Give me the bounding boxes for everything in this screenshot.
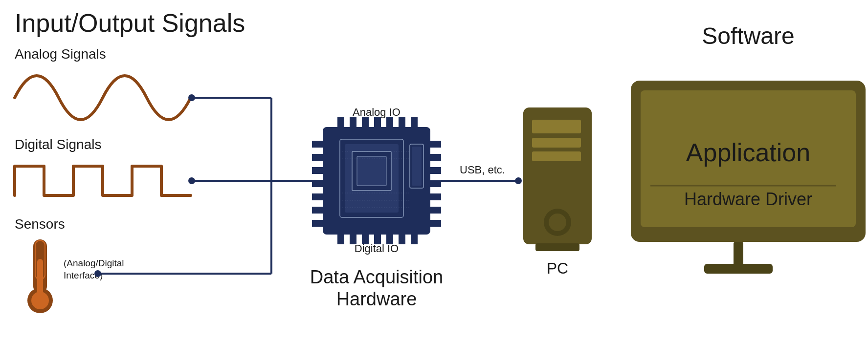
- analog-wave: [15, 76, 191, 120]
- pin-right-1: [430, 141, 441, 148]
- pin-left-7: [312, 220, 323, 227]
- chip-component: [410, 144, 423, 188]
- sensor-note-line1: (Analog/Digital: [64, 258, 124, 268]
- chip-core-inner: [357, 156, 386, 186]
- daq-analog-io-label: Analog IO: [353, 106, 401, 118]
- thermometer-glass: [35, 240, 45, 279]
- pin-bot-4: [374, 234, 381, 244]
- pin-right-6: [430, 207, 441, 214]
- pin-left-3: [312, 167, 323, 174]
- usb-label-text: USB, etc.: [460, 164, 505, 176]
- pin-left-4: [312, 180, 323, 187]
- daq-chip-body: [323, 127, 430, 235]
- pin-top-5: [386, 117, 393, 128]
- diagram-svg: Input/Output Signals Analog Signals Digi…: [0, 0, 868, 364]
- pin-bot-2: [350, 234, 356, 244]
- pc-label-text: PC: [547, 259, 568, 277]
- pin-left-2: [312, 154, 323, 161]
- sensor-dot: [94, 270, 101, 277]
- pin-bot-3: [362, 234, 369, 244]
- daq-title-line2: Hardware: [336, 289, 417, 309]
- pc-slot-3: [532, 151, 581, 161]
- sensors-label-text: Sensors: [15, 216, 65, 232]
- monitor-neck: [734, 242, 743, 266]
- pin-right-2: [430, 154, 441, 161]
- pin-left-6: [312, 207, 323, 214]
- pin-left-1: [312, 141, 323, 148]
- monitor-bezel: [631, 81, 866, 242]
- pin-top-3: [362, 117, 369, 128]
- thermometer-bulb-inner: [31, 292, 49, 309]
- pc-tower-body: [523, 107, 592, 244]
- thermometer-bulb: [27, 288, 53, 313]
- chip-processor: [345, 144, 399, 213]
- digital-wave: [15, 166, 191, 195]
- pin-bot-5: [386, 234, 393, 244]
- chip-component-inner: [412, 147, 422, 186]
- pin-bot-7: [411, 234, 418, 244]
- main-container: Input/Output Signals Analog Signals Digi…: [0, 0, 868, 364]
- pc-slot-2: [532, 138, 581, 148]
- pin-top-1: [337, 117, 344, 128]
- thermometer-body: [33, 239, 47, 293]
- pc-power-area: [544, 209, 571, 236]
- pin-bot-6: [399, 234, 405, 244]
- monitor-stand: [704, 264, 773, 274]
- chip-core: [352, 151, 391, 191]
- pin-top-6: [399, 117, 405, 128]
- digital-dot: [188, 177, 195, 184]
- pin-top-2: [350, 117, 356, 128]
- pin-bot-1: [337, 234, 344, 244]
- thermometer-fill: [37, 259, 43, 301]
- pin-top-7: [411, 117, 418, 128]
- chip-inner-body: [340, 139, 403, 217]
- hardware-driver-text: Hardware Driver: [684, 189, 812, 209]
- pc-slot-1: [532, 120, 581, 133]
- pc-dot: [515, 177, 522, 184]
- pc-base: [535, 243, 579, 251]
- main-title-text: Input/Output Signals: [15, 9, 245, 37]
- pin-left-5: [312, 193, 323, 200]
- daq-title-line1: Data Acquisition: [310, 267, 444, 287]
- analog-label-text: Analog Signals: [15, 46, 106, 62]
- application-text: Application: [686, 138, 810, 167]
- monitor-screen: [641, 90, 856, 227]
- digital-label-text: Digital Signals: [15, 137, 101, 152]
- pin-right-5: [430, 193, 441, 200]
- pin-top-4: [374, 117, 381, 128]
- daq-digital-io-label: Digital IO: [355, 242, 399, 255]
- pin-right-3: [430, 167, 441, 174]
- pin-right-7: [430, 220, 441, 227]
- pc-power-button: [549, 214, 566, 231]
- analog-dot: [188, 94, 195, 101]
- sensor-note-line2: Interface): [64, 270, 103, 280]
- software-title-text: Software: [702, 23, 794, 49]
- pin-right-4: [430, 180, 441, 187]
